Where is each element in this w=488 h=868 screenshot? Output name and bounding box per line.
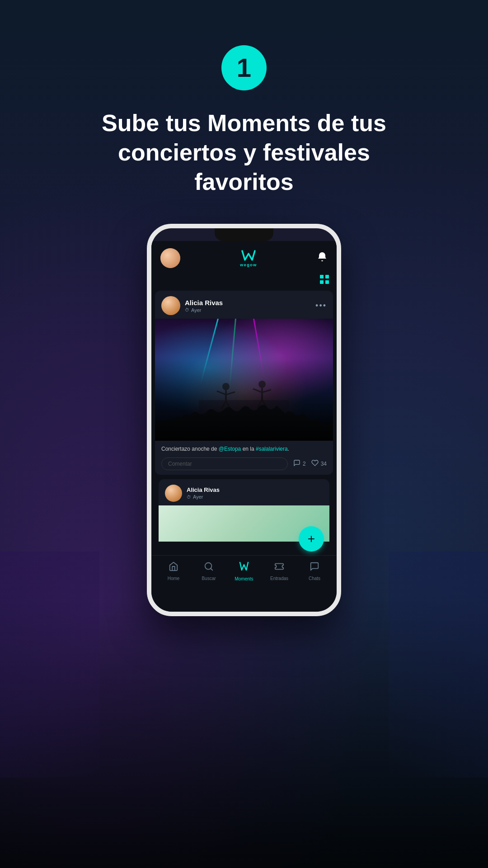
svg-rect-2 — [320, 280, 324, 284]
nav-label-entradas: Entradas — [270, 576, 288, 581]
grid-row — [151, 273, 337, 291]
post-card-1: Alicia Rivas ⏱ Ayer ••• — [155, 291, 333, 475]
post-actions-1: Comentar 2 — [161, 458, 327, 470]
svg-rect-1 — [325, 275, 329, 278]
search-icon — [204, 561, 214, 574]
stage-area — [155, 359, 333, 441]
post-time-1: ⏱ Ayer — [185, 307, 223, 313]
step-number: 1 — [237, 55, 251, 81]
comments-count: 2 — [303, 461, 306, 467]
svg-line-18 — [211, 568, 212, 570]
ticket-icon — [274, 561, 284, 574]
concert-image-1 — [155, 319, 333, 441]
nav-item-moments[interactable]: Moments — [230, 561, 258, 581]
phone-mockup: wegow — [147, 224, 341, 616]
post-username-2: Alicia Rivas — [187, 486, 220, 493]
chats-icon — [310, 561, 319, 574]
likes-count: 34 — [321, 461, 327, 467]
nav-label-buscar: Buscar — [202, 576, 216, 581]
svg-rect-0 — [320, 275, 324, 278]
post-card-2-wrapper: Alicia Rivas ⏱ Ayer + — [155, 479, 333, 542]
headline-line2: conciertos y festivales favoritos — [118, 139, 370, 195]
clock-icon-2: ⏱ — [187, 495, 191, 500]
caption-mention[interactable]: @Estopa — [219, 446, 241, 452]
app-header: wegow — [151, 241, 337, 273]
comment-input-1[interactable]: Comentar — [161, 458, 288, 470]
post-footer-1: Conciertazo anoche de @Estopa en la #sal… — [155, 441, 333, 475]
caption-hashtag[interactable]: #salalariviera — [256, 446, 288, 452]
post-time-2: ⏱ Ayer — [187, 494, 220, 500]
post-username-1: Alicia Rivas — [185, 299, 223, 307]
post-user-info-1: Alicia Rivas ⏱ Ayer — [161, 296, 223, 315]
post-time-label-1: Ayer — [191, 307, 201, 313]
headline-line1: Sube tus Moments de tus — [102, 110, 386, 136]
caption-end: . — [288, 446, 289, 452]
post-user-details-2: Alicia Rivas ⏱ Ayer — [187, 486, 220, 500]
app-logo: wegow — [240, 249, 257, 267]
comment-icon — [293, 459, 300, 468]
phone-notch — [215, 228, 273, 241]
heart-icon[interactable] — [311, 459, 319, 468]
grid-view-icon[interactable] — [319, 274, 329, 287]
clock-icon-1: ⏱ — [185, 307, 189, 312]
post-time-label-2: Ayer — [193, 494, 203, 500]
post-header-1: Alicia Rivas ⏱ Ayer ••• — [155, 291, 333, 319]
nav-label-chats: Chats — [309, 576, 320, 581]
app-logo-text: wegow — [240, 263, 257, 267]
post-caption-1: Conciertazo anoche de @Estopa en la #sal… — [161, 445, 327, 453]
nav-item-entradas[interactable]: Entradas — [266, 561, 293, 581]
post-avatar-2 — [165, 485, 182, 502]
nav-item-buscar[interactable]: Buscar — [195, 561, 222, 581]
nav-label-home: Home — [168, 576, 180, 581]
bottom-navigation: Home Buscar — [151, 555, 337, 590]
post-user-details-1: Alicia Rivas ⏱ Ayer — [185, 299, 223, 313]
post-dots-menu-1[interactable]: ••• — [315, 301, 327, 311]
nav-item-chats[interactable]: Chats — [301, 561, 328, 581]
fab-icon: + — [308, 532, 315, 546]
post-header-2: Alicia Rivas ⏱ Ayer — [159, 479, 329, 505]
avatar-image — [160, 248, 180, 268]
notification-bell-icon[interactable] — [317, 251, 328, 265]
post-avatar-1 — [161, 296, 180, 315]
nav-label-moments: Moments — [235, 576, 253, 581]
home-icon — [169, 561, 178, 574]
moments-icon — [239, 561, 249, 575]
caption-text: Conciertazo anoche de — [161, 446, 219, 452]
user-avatar[interactable] — [160, 248, 180, 268]
step-badge: 1 — [221, 45, 267, 90]
content-wrapper: 1 Sube tus Moments de tus conciertos y f… — [0, 0, 488, 616]
svg-rect-3 — [325, 280, 329, 284]
app-screen: wegow — [151, 241, 337, 612]
fab-add-button[interactable]: + — [299, 526, 324, 552]
post-user-info-2: Alicia Rivas ⏱ Ayer — [165, 485, 220, 502]
comments-group: 2 — [293, 459, 306, 468]
likes-group: 34 — [311, 459, 327, 468]
wegow-logo-icon — [240, 249, 257, 263]
caption-middle: en la — [241, 446, 256, 452]
headline: Sube tus Moments de tus conciertos y fes… — [68, 108, 420, 197]
comment-placeholder: Comentar — [168, 461, 192, 467]
nav-item-home[interactable]: Home — [160, 561, 187, 581]
